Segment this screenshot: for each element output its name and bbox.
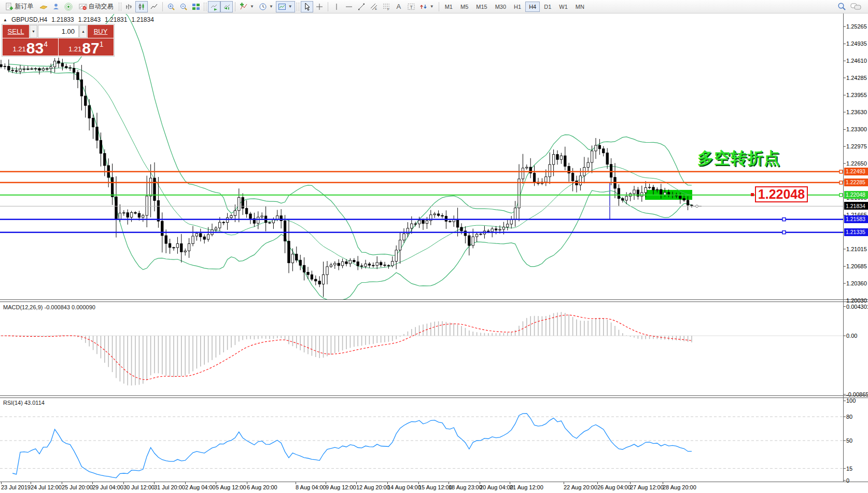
arrows-icon (419, 3, 428, 11)
new-order-button[interactable]: 新订单 (1, 1, 37, 12)
crosshair-icon (315, 3, 324, 11)
macd-axis-label: -0.008651 (846, 391, 868, 398)
price-axis-border (843, 13, 844, 482)
chat-icon[interactable] (850, 2, 862, 11)
bar-chart-icon (125, 3, 133, 11)
time-axis-label: 31 Jul 20:00 (154, 484, 185, 490)
time-axis-label: 23 Jul 2019 (1, 484, 31, 490)
callout-handle[interactable] (751, 193, 754, 196)
vertical-line-button[interactable] (330, 1, 343, 12)
chevron-down-icon[interactable]: ▼ (288, 4, 293, 9)
toolbar-right (837, 2, 867, 11)
price-level-tag: 1.22285 (844, 179, 868, 186)
channel-button[interactable]: E (368, 1, 380, 12)
price-chart-canvas[interactable] (0, 0, 868, 493)
chart-shift-button[interactable] (220, 1, 233, 12)
volume-increase-button[interactable]: ▲ (79, 25, 87, 38)
timeframe-m1[interactable]: M1 (441, 2, 456, 12)
price-level-tag: 1.22048 (844, 191, 868, 199)
template-icon (278, 3, 286, 11)
macd-panel-separator[interactable] (0, 299, 868, 302)
community-button[interactable] (50, 1, 62, 12)
time-axis-label: 8 Aug 04:00 (296, 484, 326, 490)
chevron-down-icon[interactable]: ▼ (269, 4, 274, 9)
time-axis-label: 6 Aug 20:00 (247, 484, 277, 490)
text-button[interactable]: A (393, 1, 405, 12)
market-watch-button[interactable] (37, 1, 50, 12)
ohlc-low: 1.21831 (105, 16, 127, 23)
clock-icon (259, 3, 267, 11)
fibonacci-button[interactable]: F (380, 1, 393, 12)
periods-button[interactable]: ▼ (257, 1, 276, 12)
rsi-axis-label: 100 (846, 398, 856, 404)
candlestick-button[interactable] (135, 1, 148, 12)
volume-decrease-button[interactable]: ▼ (30, 25, 37, 38)
rsi-label: RSI(14) 43.0114 (3, 400, 45, 406)
timeframe-m5[interactable]: M5 (457, 2, 472, 12)
autotrade-icon (79, 3, 87, 11)
volume-input[interactable]: 1.00 (38, 25, 79, 38)
rsi-panel-separator[interactable] (0, 395, 868, 398)
sell-price-big: 83 (26, 41, 44, 55)
time-axis-label: 26 Aug 04:00 (597, 484, 631, 490)
text-label-icon: T (407, 3, 415, 11)
cursor-button[interactable] (301, 1, 313, 12)
candlestick-icon (137, 3, 146, 11)
toolbar-gripper (204, 3, 206, 11)
toolbar-gripper (119, 3, 121, 11)
timeframe-w1[interactable]: W1 (555, 2, 571, 12)
indicators-button[interactable]: ▼ (237, 1, 257, 12)
text-icon: A (396, 3, 401, 10)
one-click-trade-panel: SELL ▼ 1.00 ▲ BUY 1.21834 1.21871 (2, 24, 115, 57)
trendline-icon (357, 3, 366, 11)
template-button[interactable]: ▼ (276, 1, 295, 12)
toolbar: 新订单 自动交易 (0, 0, 868, 13)
price-axis-label: 1.23955 (846, 92, 867, 98)
timeframe-m30[interactable]: M30 (492, 2, 510, 12)
macd-panel (0, 312, 843, 386)
timeframe-d1[interactable]: D1 (540, 2, 555, 12)
timeframe-h1[interactable]: H1 (510, 2, 525, 12)
buy-price-button[interactable]: 1.21871 (59, 38, 114, 56)
autotrade-button[interactable]: 自动交易 (75, 1, 117, 12)
macd-label: MACD(12,26,9) -0.000843 0.000090 (3, 304, 95, 310)
bar-chart-button[interactable] (123, 1, 135, 12)
sell-price-prefix: 1.21 (13, 45, 26, 53)
auto-scroll-button[interactable] (208, 1, 220, 12)
signals-button[interactable] (62, 1, 75, 12)
time-axis-border (0, 482, 868, 482)
search-icon[interactable] (837, 2, 846, 11)
time-axis-label: 2 Aug 04:00 (185, 484, 216, 490)
symbol-name: GBPUSD,H4 (11, 16, 47, 23)
fibonacci-icon: F (382, 3, 390, 11)
toolbar-separator (235, 2, 235, 11)
tile-windows-button[interactable] (190, 1, 202, 12)
time-axis-label: 29 Jul 04:00 (92, 484, 123, 490)
toolbar-gripper (297, 3, 299, 11)
macd-axis-label: 0.00 (846, 333, 857, 339)
timeframe-h4[interactable]: H4 (525, 2, 540, 12)
horizontal-line-button[interactable] (343, 1, 355, 12)
price-axis-label: 1.24610 (846, 58, 867, 64)
chevron-down-icon[interactable]: ▼ (429, 4, 435, 9)
text-label-button[interactable]: T (405, 1, 417, 12)
ohlc-high: 1.21843 (78, 16, 101, 23)
buy-button[interactable]: BUY (88, 25, 114, 38)
time-axis-label: 30 Jul 12:00 (123, 484, 155, 490)
tile-windows-icon (192, 3, 200, 11)
time-axis-label: 15 Aug 12:00 (418, 484, 452, 490)
zoom-out-button[interactable] (177, 1, 190, 12)
arrows-button[interactable]: ▼ (417, 1, 437, 12)
sell-button[interactable]: SELL (3, 25, 29, 38)
collapse-arrow-icon[interactable]: ▲ (3, 18, 7, 22)
price-level-tag: 1.21335 (844, 228, 868, 236)
timeframe-m15[interactable]: M15 (472, 2, 491, 12)
zoom-in-button[interactable] (165, 1, 177, 12)
chevron-down-icon[interactable]: ▼ (249, 4, 255, 9)
timeframe-mn[interactable]: MN (572, 2, 588, 12)
crosshair-button[interactable] (313, 1, 326, 12)
current-price-tag: 1.21834 (844, 202, 868, 210)
sell-price-button[interactable]: 1.21834 (3, 38, 58, 56)
trendline-button[interactable] (355, 1, 368, 12)
line-chart-button[interactable] (148, 1, 160, 12)
